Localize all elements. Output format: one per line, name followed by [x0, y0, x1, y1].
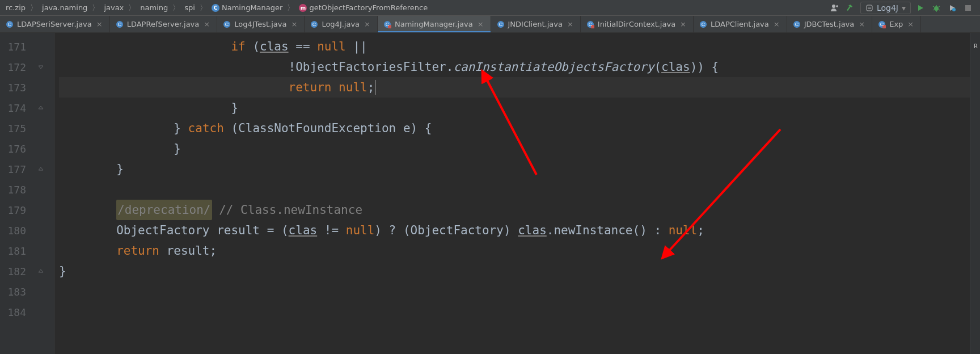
code-line[interactable]: }: [59, 159, 970, 179]
run-config-label: Log4J: [877, 3, 898, 12]
svg-text:C: C: [589, 22, 593, 27]
close-icon[interactable]: ×: [476, 20, 485, 28]
code-token: }: [231, 98, 238, 118]
run-coverage-icon[interactable]: [946, 2, 958, 14]
tab-label: JNDIClient.java: [508, 20, 563, 28]
code-token: (: [654, 57, 661, 77]
class-file-icon: C: [793, 20, 801, 28]
gutter-row[interactable]: 176: [0, 138, 54, 159]
gutter-row[interactable]: 183: [0, 281, 54, 302]
code-token: return: [289, 77, 332, 98]
breadcrumb-item[interactable]: naming: [137, 2, 171, 13]
editor-tab[interactable]: CJNDIClient.java×: [491, 16, 581, 32]
close-icon[interactable]: ×: [290, 20, 298, 28]
breadcrumb-label: spi: [184, 3, 195, 12]
line-number: 175: [0, 123, 31, 134]
code-line[interactable]: [59, 179, 970, 200]
breadcrumb-item[interactable]: spi: [181, 2, 198, 13]
build-icon[interactable]: [844, 2, 857, 14]
gutter-row[interactable]: 179: [0, 200, 54, 220]
breadcrumb-item[interactable]: mgetObjectFactoryFromReference: [295, 2, 431, 13]
code-line[interactable]: [59, 302, 970, 322]
gutter-row[interactable]: 177: [0, 159, 54, 179]
close-icon[interactable]: ×: [363, 20, 371, 28]
code-line[interactable]: } catch (ClassNotFoundException e) {: [59, 118, 970, 138]
code-token: null: [317, 36, 346, 57]
svg-rect-1: [867, 5, 872, 11]
class-file-icon: C: [116, 20, 124, 28]
close-icon[interactable]: ×: [858, 20, 866, 28]
code-token: // Class.newInstance: [212, 200, 363, 220]
line-number: 183: [0, 286, 31, 298]
line-number: 184: [0, 306, 31, 318]
fold-mark-icon[interactable]: [31, 64, 51, 70]
editor-tab[interactable]: CLog4JTest.java×: [217, 16, 305, 32]
code-line[interactable]: return null;: [59, 77, 970, 98]
add-user-icon[interactable]: [829, 2, 841, 14]
run-config-selector[interactable]: Log4J ▾: [860, 2, 911, 14]
code-line[interactable]: [59, 281, 970, 302]
gutter-row[interactable]: 178: [0, 179, 54, 200]
code-line[interactable]: }: [59, 261, 970, 281]
close-icon[interactable]: ×: [202, 20, 211, 28]
code-token: null: [346, 220, 375, 241]
gutter-row[interactable]: 174: [0, 98, 54, 118]
breadcrumb-item[interactable]: javax: [100, 2, 127, 13]
code-token: .newInstance() :: [547, 220, 669, 241]
code-token: clas: [518, 220, 547, 241]
close-icon[interactable]: ×: [772, 20, 781, 28]
code-area[interactable]: if (clas == null || !ObjectFactoriesFilt…: [54, 33, 970, 354]
gutter-row[interactable]: 180: [0, 220, 54, 241]
gutter-row[interactable]: 172: [0, 57, 54, 77]
breadcrumb-item[interactable]: CNamingManager: [208, 2, 286, 13]
chevron-right-icon: 〉: [286, 3, 295, 13]
gutter-row[interactable]: 171: [0, 36, 54, 57]
close-icon[interactable]: ×: [679, 20, 687, 28]
breadcrumb-item[interactable]: java.naming: [39, 2, 91, 13]
fold-mark-icon[interactable]: [31, 104, 51, 111]
code-token: !ObjectFactoriesFilter.: [289, 57, 454, 77]
chevron-down-icon: ▾: [902, 3, 906, 12]
code-line[interactable]: ObjectFactory result = (clas != null) ? …: [59, 220, 970, 241]
editor-tab[interactable]: CLog4J.java×: [305, 16, 378, 32]
editor-tab[interactable]: CLDAPSeriServer.java×: [0, 16, 110, 32]
editor-tab[interactable]: CJDBCTest.java×: [787, 16, 873, 32]
editor-tab[interactable]: CInitialDirContext.java×: [581, 16, 694, 32]
debug-icon[interactable]: [930, 2, 943, 14]
line-number: 173: [0, 82, 31, 94]
gutter-row[interactable]: 184: [0, 302, 54, 322]
stop-icon[interactable]: [962, 2, 974, 14]
editor-area: 1711721731741751761771781791801811821831…: [0, 33, 980, 354]
line-number: 178: [0, 184, 31, 196]
code-line[interactable]: if (clas == null ||: [59, 36, 970, 57]
code-line[interactable]: }: [59, 98, 970, 118]
fold-mark-icon[interactable]: [31, 166, 51, 172]
code-token: clas: [289, 220, 318, 241]
editor-tab[interactable]: CNamingManager.java×: [378, 16, 491, 32]
fold-mark-icon[interactable]: [31, 268, 51, 275]
svg-text:C: C: [702, 22, 706, 27]
svg-text:C: C: [312, 22, 316, 27]
editor-tab[interactable]: CExp×: [872, 16, 921, 32]
gutter-row[interactable]: 181: [0, 241, 54, 261]
close-icon[interactable]: ×: [906, 20, 915, 28]
chevron-right-icon: 〉: [127, 3, 137, 13]
code-line[interactable]: !ObjectFactoriesFilter.canInstantiateObj…: [59, 57, 970, 77]
close-icon[interactable]: ×: [566, 20, 575, 28]
gutter-row[interactable]: 175: [0, 118, 54, 138]
line-number: 177: [0, 163, 31, 175]
code-line[interactable]: return result;: [59, 241, 970, 261]
svg-point-4: [934, 6, 939, 11]
run-icon[interactable]: [914, 2, 927, 14]
editor-tab[interactable]: CLDAPRefServer.java×: [110, 16, 218, 32]
code-line[interactable]: /deprecation/ // Class.newInstance: [59, 200, 970, 220]
close-icon[interactable]: ×: [95, 20, 104, 28]
tab-label: LDAPSeriServer.java: [17, 20, 92, 28]
line-number: 180: [0, 225, 31, 237]
code-line[interactable]: }: [59, 138, 970, 159]
breadcrumb-item[interactable]: rc.zip: [2, 2, 29, 13]
gutter-row[interactable]: 173: [0, 77, 54, 98]
gutter-row[interactable]: 182: [0, 261, 54, 281]
class-file-icon: C: [6, 20, 14, 28]
editor-tab[interactable]: CLDAPClient.java×: [694, 16, 787, 32]
